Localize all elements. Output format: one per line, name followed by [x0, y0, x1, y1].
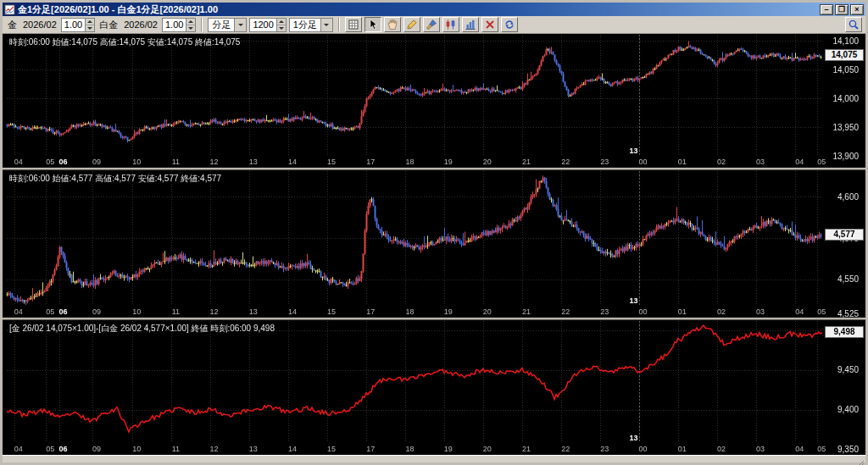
app-window: 金1分足[2026/02]1.00 - 白金1分足[2026/02]1.00 –… — [0, 0, 868, 465]
platinum-label: 白金 — [97, 19, 120, 31]
title-bar[interactable]: 金1分足[2026/02]1.00 - 白金1分足[2026/02]1.00 –… — [3, 3, 865, 16]
gold-last-price-badge: 14,075 — [825, 49, 864, 61]
dropdown-button[interactable] — [320, 19, 332, 31]
platinum-panel-info: 時刻:06:00 始値:4,577 高値:4,577 安値:4,577 終値:4… — [9, 173, 221, 185]
up-arrow-icon — [279, 20, 284, 23]
chevron-down-icon — [238, 24, 243, 26]
timeframe-value: 1分足 — [290, 19, 320, 31]
close-button[interactable]: × — [850, 4, 864, 15]
period-type-select[interactable]: 分足 — [208, 18, 247, 32]
refresh-button[interactable] — [501, 17, 518, 32]
gold-label: 金 — [6, 19, 19, 31]
clear-x-icon — [484, 19, 496, 30]
cursor-icon — [367, 19, 379, 30]
magnifier-icon — [848, 19, 860, 30]
brush-icon — [426, 19, 437, 30]
dropdown-button[interactable] — [234, 19, 246, 31]
pencil-icon — [406, 19, 418, 30]
app-icon — [4, 4, 15, 15]
candlestick-icon — [445, 19, 457, 30]
bar-count-value[interactable]: 1200 — [250, 19, 275, 31]
chevron-down-icon — [324, 24, 329, 26]
chart-area: 時刻:06:00 始値:14,075 高値:14,075 安値:14,075 終… — [3, 34, 865, 455]
refresh-icon — [504, 19, 515, 30]
spread-last-price-badge: 9,498 — [825, 326, 864, 338]
down-arrow-icon — [87, 27, 92, 30]
gold-multiplier-up-button[interactable] — [86, 19, 94, 25]
gold-panel-info: 時刻:06:00 始値:14,075 高値:14,075 安値:14,075 終… — [9, 36, 240, 48]
down-arrow-icon — [279, 27, 284, 30]
gold-multiplier-stepper[interactable]: 1.00 — [61, 18, 95, 32]
candlestick-chart-button[interactable] — [442, 17, 459, 32]
bar-count-stepper[interactable]: 1200 — [249, 18, 286, 32]
resize-grip[interactable] — [856, 456, 865, 462]
window-title: 金1分足[2026/02]1.00 - 白金1分足[2026/02]1.00 — [18, 3, 820, 16]
gold-contract-label: 2026/02 — [21, 19, 58, 30]
paint-tool-button[interactable] — [423, 17, 440, 32]
toolbar-separator — [338, 18, 340, 31]
toolbar-separator — [201, 18, 203, 31]
platinum-multiplier-down-button[interactable] — [186, 25, 195, 31]
toolbar: 金 2026/02 1.00 白金 2026/02 1.00 分足 1200 — [3, 16, 865, 34]
grid-icon — [348, 19, 359, 30]
zoom-button[interactable] — [845, 17, 862, 32]
bar-count-down-button[interactable] — [277, 25, 286, 31]
minimize-button[interactable]: – — [820, 4, 833, 15]
up-arrow-icon — [188, 20, 193, 23]
status-bar — [3, 455, 865, 462]
timeframe-select[interactable]: 1分足 — [289, 18, 333, 32]
up-arrow-icon — [87, 20, 92, 23]
gold-multiplier-down-button[interactable] — [86, 25, 94, 31]
chart-canvas[interactable] — [3, 34, 865, 455]
hand-icon — [387, 19, 398, 30]
clear-drawings-button[interactable] — [481, 17, 498, 32]
maximize-button[interactable]: ❐ — [835, 4, 849, 15]
down-arrow-icon — [188, 27, 193, 30]
pan-tool-button[interactable] — [384, 17, 401, 32]
platinum-multiplier-up-button[interactable] — [186, 19, 195, 25]
platinum-multiplier-stepper[interactable]: 1.00 — [162, 18, 196, 32]
platinum-last-price-badge: 4,577 — [825, 229, 864, 241]
bar-chart-icon — [465, 19, 476, 30]
bar-chart-button[interactable] — [462, 17, 479, 32]
spread-panel-info: [金 26/02 14,075×1.00]-[白金 26/02 4,577×1.… — [9, 323, 275, 335]
draw-tool-button[interactable] — [403, 17, 420, 32]
cursor-tool-button[interactable] — [364, 17, 381, 32]
period-type-value: 分足 — [209, 19, 234, 31]
platinum-multiplier-value[interactable]: 1.00 — [163, 19, 186, 31]
grid-settings-button[interactable] — [345, 17, 362, 32]
platinum-contract-label: 2026/02 — [122, 19, 159, 30]
bar-count-up-button[interactable] — [277, 19, 286, 25]
gold-multiplier-value[interactable]: 1.00 — [62, 19, 85, 31]
